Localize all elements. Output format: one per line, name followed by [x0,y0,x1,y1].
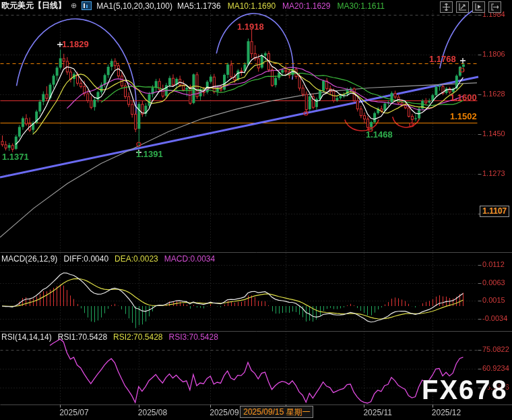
y-axis-label: 1.1450 [482,129,505,138]
price-annotation: 1.1391 [136,149,163,159]
rsi3-label: RSI3:70.5428 [169,332,218,342]
header: 欧元美元【日线】 ⊕ MA1(5,10,20,30,100) MA5:1.173… [1,1,385,11]
y-axis-label: 0.0063 [482,278,505,287]
macd-label-row: MACD(26,12,9) DIFF:0.0040 DEA:0.0023 MAC… [1,254,215,264]
exit-right-icon[interactable] [488,1,501,13]
chart-window: 欧元美元【日线】 ⊕ MA1(5,10,20,30,100) MA5:1.173… [0,0,512,420]
rsi1-label: RSI1:70.5428 [58,332,107,342]
x-axis-label: 2025/12 [432,408,461,417]
auto-scale-icon[interactable] [456,1,469,13]
indicator-icon[interactable] [82,1,92,10]
rsi-label-row: RSI(14,14,14) RSI1:70.5428 RSI2:70.5428 … [1,332,218,342]
toolbar [440,1,501,13]
rsi2-label: RSI2:70.5428 [113,332,162,342]
y-axis-label: 0.0015 [482,296,505,304]
y-axis-label: 75.0822 [482,345,509,353]
pin-icon[interactable]: ⊕ [71,1,77,10]
watermark: FX678 [422,375,508,405]
ma-value-label: MA30:1.1611 [337,1,385,11]
selected-date-box: 2025/09/15 星期一 [240,406,313,418]
y-axis-label: 1.1273 [482,169,505,177]
price-annotation: 1.1829 [62,39,89,49]
ma-value-label: MA20:1.1629 [282,1,330,11]
x-axis-label: 2025/11 [363,408,392,417]
price-annotation: 1.1600 [450,92,477,102]
ma-value-label: MA5:1.1736 [177,1,221,11]
price-annotation: 1.1468 [366,129,393,140]
ma-settings-label: MA1(5,10,20,30,100) [96,1,172,11]
macd-macd-label: MACD:0.0034 [164,254,215,264]
symbol-title: 欧元美元【日线】 [1,0,66,11]
y-axis-label: 1.1806 [482,50,505,58]
x-axis-label: 2025/08 [138,408,167,417]
price-annotation: 1.1371 [2,152,29,162]
price-annotation: 1.1918 [237,22,264,32]
x-axis-label: 2025/07 [59,408,88,417]
macd-params-label: MACD(26,12,9) [1,254,57,264]
ma-value-label: MA10:1.1690 [228,1,276,11]
y-axis-label: 60.9234 [482,364,509,372]
price-annotation: 1.1502 [450,111,477,121]
y-axis-label: 0.0112 [482,260,505,268]
y-axis-label: -0.0034 [482,314,507,322]
ma-values-group: MA5:1.1736MA10:1.1690MA20:1.1629MA30:1.1… [177,1,385,11]
play-axis-icon[interactable] [472,1,485,13]
price-annotation: 1.1768 [429,54,456,64]
rsi-params-label: RSI(14,14,14) [1,332,52,342]
pan-move-icon[interactable] [440,1,453,13]
y-axis-label: 1.1628 [482,90,505,98]
macd-diff-label: DIFF:0.0040 [63,254,108,264]
macd-dea-label: DEA:0.0023 [115,254,158,264]
cursor-price-box: 1.1107 [480,206,509,217]
x-axis-label: 2025/09 [210,408,238,417]
